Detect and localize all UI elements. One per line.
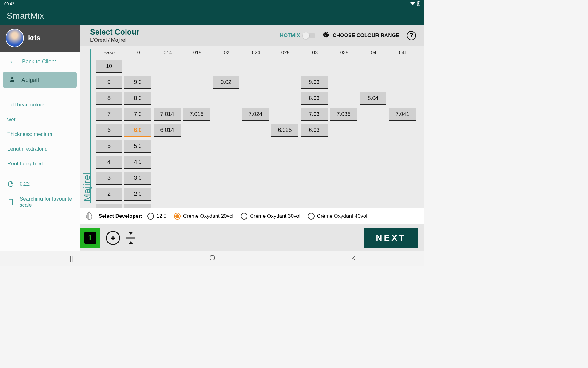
empty-cell (213, 124, 239, 137)
timer-icon (7, 181, 14, 187)
wifi-icon (410, 2, 415, 6)
base-level-button[interactable]: 2 (96, 188, 122, 201)
svg-point-6 (324, 34, 325, 35)
colour-button[interactable]: 3.0 (124, 172, 151, 185)
colour-button[interactable]: 2.0 (124, 188, 151, 201)
colour-button[interactable]: 6.0 (124, 124, 151, 137)
colour-button[interactable]: 7.03 (301, 108, 328, 121)
svg-rect-5 (9, 199, 13, 205)
help-button[interactable]: ? (407, 31, 416, 40)
drop-icon (85, 211, 94, 221)
step-indicator[interactable]: 1 (80, 228, 100, 248)
back-nav-icon[interactable] (352, 255, 356, 262)
colour-button[interactable]: 8.0 (124, 92, 151, 105)
palette-icon (323, 31, 330, 40)
add-button[interactable]: + (106, 231, 120, 245)
colour-button[interactable]: 7.035 (330, 108, 357, 121)
base-level-button[interactable]: 5 (96, 140, 122, 153)
developer-option[interactable]: Crème Oxydant 20vol (174, 213, 233, 220)
column-header: .025 (270, 48, 300, 57)
developer-option[interactable]: Crème Oxydant 40vol (308, 213, 367, 220)
empty-cell (271, 76, 298, 89)
empty-cell (330, 92, 357, 105)
empty-cell (213, 156, 239, 169)
colour-button[interactable]: 6.025 (271, 124, 298, 137)
colour-button[interactable]: 9.02 (213, 76, 239, 89)
empty-cell (330, 140, 357, 153)
base-level-button[interactable]: 3 (96, 172, 122, 185)
empty-cell (183, 92, 210, 105)
divider (0, 174, 80, 174)
colour-button[interactable]: 7.041 (389, 108, 416, 121)
hotmix-toggle[interactable]: HOTMIX (280, 33, 315, 39)
empty-cell (213, 108, 239, 121)
base-level-button[interactable]: 10 (96, 60, 122, 73)
developer-option[interactable]: 12.5 (147, 213, 167, 220)
person-icon (9, 76, 15, 84)
base-level-button[interactable]: 9 (96, 76, 122, 89)
scale-status-text: Searching for favourite scale (20, 196, 72, 208)
colour-button[interactable]: 9.0 (124, 76, 151, 89)
developer-option-label: Crème Oxydant 20vol (183, 213, 233, 219)
empty-cell (242, 172, 269, 185)
bottom-toolbar: 1 + NEXT (80, 224, 424, 251)
colour-button[interactable]: 8.04 (360, 92, 386, 105)
base-level-button[interactable]: 7 (96, 108, 122, 121)
column-header: .014 (153, 48, 182, 57)
empty-cell (389, 140, 416, 153)
user-row[interactable]: kris (0, 25, 80, 52)
empty-cell (330, 188, 357, 201)
empty-cell (183, 204, 210, 208)
base-level-button[interactable]: 6 (96, 124, 122, 137)
empty-cell (301, 140, 328, 153)
empty-cell (154, 204, 181, 208)
empty-cell (242, 60, 269, 73)
svg-point-7 (325, 33, 326, 33)
recent-apps-icon[interactable]: ||| (68, 255, 73, 262)
developer-option-label: Crème Oxydant 40vol (317, 213, 367, 219)
base-level-button[interactable]: 1 (96, 204, 122, 208)
empty-cell (213, 140, 239, 153)
side-info-length: Length: extralong (0, 142, 80, 156)
colour-button[interactable]: 6.014 (154, 124, 181, 137)
colour-button[interactable]: 9.03 (301, 76, 328, 89)
empty-cell (154, 92, 181, 105)
empty-cell (360, 172, 386, 185)
choose-range-label: CHOOSE COLOUR RANGE (333, 33, 399, 39)
base-level-button[interactable]: 4 (96, 156, 122, 169)
status-time: 09:42 (4, 2, 14, 6)
colour-button[interactable]: 8.03 (301, 92, 328, 105)
colour-button[interactable]: 5.0 (124, 140, 151, 153)
empty-cell (124, 60, 151, 73)
colour-button[interactable]: 7.024 (242, 108, 269, 121)
developer-option[interactable]: Crème Oxydant 30vol (241, 213, 300, 220)
radio-icon (241, 213, 247, 220)
colour-button[interactable]: 6.03 (301, 124, 328, 137)
android-status-bar: 09:42 (0, 0, 424, 7)
empty-cell (360, 108, 386, 121)
empty-cell (389, 188, 416, 201)
back-to-client-link[interactable]: ← Back to Client (0, 52, 80, 70)
empty-cell (330, 172, 357, 185)
home-icon[interactable] (209, 255, 215, 263)
next-button[interactable]: NEXT (364, 228, 418, 248)
toggle-switch[interactable] (303, 33, 315, 38)
client-pill[interactable]: Abigail (3, 72, 77, 88)
svg-rect-10 (210, 256, 214, 260)
y-axis-label: Majirel (80, 46, 94, 208)
column-header: .0 (123, 48, 153, 57)
empty-cell (183, 156, 210, 169)
main-panel: Select Colour L'Oreal / Majirel HOTMIX C… (80, 25, 424, 251)
radio-icon (147, 213, 154, 220)
column-header: .03 (300, 48, 329, 57)
colour-button[interactable]: 7.015 (183, 108, 210, 121)
hotmix-label: HOTMIX (280, 33, 300, 39)
colour-button[interactable]: 7.0 (124, 108, 151, 121)
vertical-center-icon[interactable] (126, 231, 136, 245)
colour-button[interactable]: 1.0 (124, 204, 151, 208)
colour-button[interactable]: 7.014 (154, 108, 181, 121)
colour-button[interactable]: 4.0 (124, 156, 151, 169)
empty-cell (154, 156, 181, 169)
base-level-button[interactable]: 8 (96, 92, 122, 105)
choose-colour-range-button[interactable]: CHOOSE COLOUR RANGE (323, 31, 399, 40)
